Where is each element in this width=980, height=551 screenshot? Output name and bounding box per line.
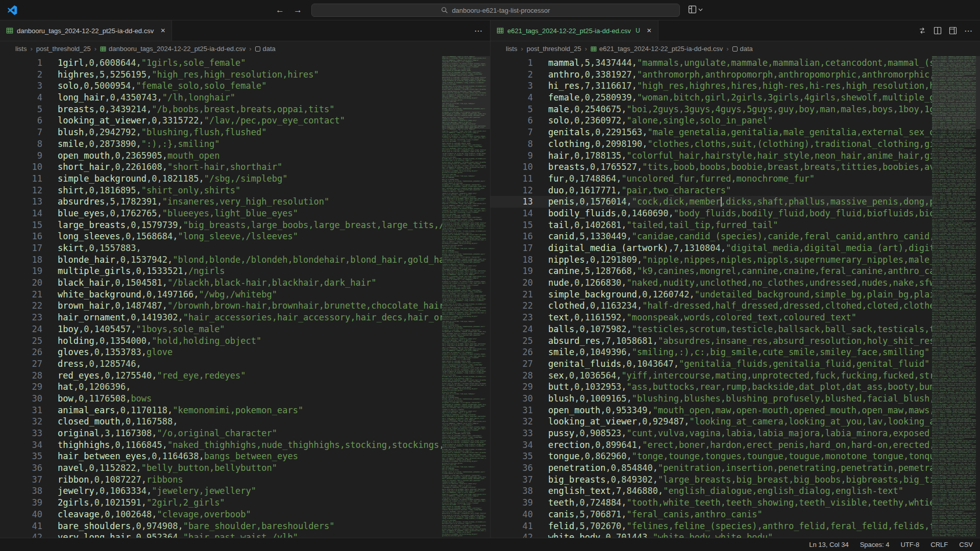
code-line[interactable]: 42very_long_hair,0,952364,"hair_past_wai… <box>0 532 490 538</box>
code-line[interactable]: 6looking_at_viewer,0,3315722,"/lav,/pec,… <box>0 115 490 127</box>
code-line[interactable]: 2highres,5,5256195,"high_res,high_resolu… <box>0 69 490 81</box>
toggle-layout-icon[interactable] <box>949 27 957 35</box>
code-line[interactable]: 29butt,0,1032953,"ass,buttocks,rear,rump… <box>491 381 980 393</box>
code-line[interactable]: 32looking_at_viewer,0,929487,"looking_at… <box>491 416 980 428</box>
code-line[interactable]: 19canine,5,1287668,"k9,canines,mongrel,c… <box>491 265 980 277</box>
code-line[interactable]: 22brown_hair,0,1487487,"/brownh,brown-ha… <box>0 300 490 312</box>
code-line[interactable]: 27dress,0,1285746, <box>0 358 490 370</box>
code-line[interactable]: 14blue_eyes,0,1762765,"blueeyes,light_bl… <box>0 208 490 219</box>
code-line[interactable]: 4long_hair,0,4350743,"/lh,longhair" <box>0 92 490 104</box>
code-line[interactable]: 31animal_ears,0,1170118,"kemonomimi,poke… <box>0 405 490 416</box>
code-line[interactable]: 7genitals,0,2291563,"male_genetalia,geni… <box>491 127 980 138</box>
back-button[interactable]: ← <box>276 5 284 15</box>
language-mode[interactable]: CSV <box>959 541 973 548</box>
code-line[interactable]: 14bodily_fluids,0,1460690,"body_fluids,b… <box>491 208 980 219</box>
code-line[interactable]: 41bare_shoulders,0,974908,"bare_shoulder… <box>0 520 490 532</box>
code-line[interactable]: 17skirt,0,1557883, <box>0 242 490 254</box>
open-changes-icon[interactable] <box>918 27 926 35</box>
code-line[interactable]: 15tail,0,1402681,"tailed,tail_tip,furred… <box>491 219 980 231</box>
code-line[interactable]: 17digital_media_(artwork),7,1310804,"dig… <box>491 242 980 254</box>
code-line[interactable]: 34thighhighs,0,1166845,"naked_thighhighs… <box>0 439 490 451</box>
code-line[interactable]: 25absurd_res,7,1058681,"absurdres,insane… <box>491 335 980 347</box>
code-line[interactable]: 24balls,0,1075982,"testicles,scrotum,tes… <box>491 323 980 335</box>
code-line[interactable]: 9hair,0,1788135,"colorful_hair,hairstyle… <box>491 150 980 162</box>
breadcrumb-item-lists[interactable]: lists <box>15 45 27 53</box>
customize-layout-button[interactable] <box>688 5 703 14</box>
code-line[interactable]: 12shirt,0,1816895,"shirt_only,shirts" <box>0 185 490 196</box>
minimap-slider[interactable] <box>442 56 490 129</box>
code-line[interactable]: 28sex,0,1036564,"yiff,intercourse,mating… <box>491 370 980 382</box>
code-line[interactable]: 16long_sleeves,0,1568684,"long_sleeve,/l… <box>0 231 490 242</box>
code-line[interactable]: 20black_hair,0,1504581,"/blackh,black-ha… <box>0 277 490 289</box>
code-line[interactable]: 8smile,0,2873890,":),:},smiling" <box>0 138 490 150</box>
code-line[interactable]: 36penetration,0,854840,"penitration,inse… <box>491 462 980 474</box>
code-line[interactable]: 22clothed,0,1163234,"half-dressed,half_d… <box>491 300 980 312</box>
close-icon[interactable]: ✕ <box>647 27 652 34</box>
code-line[interactable]: 9open_mouth,0,2365905,mouth_open <box>0 150 490 162</box>
breadcrumb-item-lists[interactable]: lists <box>506 45 517 53</box>
cursor-position[interactable]: Ln 13, Col 34 <box>809 541 848 548</box>
code-line[interactable]: 18blonde_hair,0,1537942,"blond,blonde,/b… <box>0 254 490 266</box>
code-line[interactable]: 16canid,5,1330449,"canidae,candid_(speci… <box>491 231 980 242</box>
code-line[interactable]: 8clothing,0,2098190,"clothes,cloths,suit… <box>491 138 980 150</box>
code-line[interactable]: 10short_hair,0,2261608,"short-hair,short… <box>0 161 490 173</box>
code-line[interactable]: 1mammal,5,3437444,"mammals,ungulate,mamm… <box>491 57 980 69</box>
code-line[interactable]: 33original,3,1167308,"/o,original_charac… <box>0 428 490 439</box>
code-line[interactable]: 41felid,5,702670,"felines,feline_(specie… <box>491 520 980 532</box>
code-line[interactable]: 31open_mouth,0,953349,"mouth_open,maw,op… <box>491 405 980 416</box>
code-line[interactable]: 241boy,0,1405457,"1boys,sole_male" <box>0 323 490 335</box>
code-line[interactable]: 11girl,0,6008644,"1girls,sole_female" <box>0 57 490 69</box>
code-line[interactable]: 392girls,0,1021591,"2girl,2_girls" <box>0 497 490 509</box>
code-line[interactable]: 20nude,0,1266830,"naked,nudity,unclothed… <box>491 277 980 289</box>
breadcrumb-item-file[interactable]: danbooru_tags_2024-12-22_pt25-ia-dd-ed.c… <box>100 45 246 53</box>
encoding-setting[interactable]: UTF-8 <box>900 541 919 548</box>
code-line[interactable]: 23text,0,1161592,"moonspeak,words,colore… <box>491 312 980 323</box>
code-line[interactable]: 10breasts,0,1765527,"tits,boob,boobs,boo… <box>491 161 980 173</box>
code-line[interactable]: 33pussy,0,908523,"cunt,vulva,vagina,labi… <box>491 428 980 439</box>
code-line[interactable]: 36navel,0,1152822,"belly_button,bellybut… <box>0 462 490 474</box>
code-line[interactable]: 7blush,0,2942792,"blushing,flush,flushed… <box>0 127 490 138</box>
code-line[interactable]: 21simple_background,0,1260742,"undetaile… <box>491 289 980 300</box>
code-line[interactable]: 40cleavage,0,1002648,"clevage,overboob" <box>0 509 490 520</box>
code-line[interactable]: 40canis,5,706871,"feral_canis,anthro_can… <box>491 509 980 520</box>
code-line[interactable]: 39teeth,0,724884,"tooth,white_teeth,teet… <box>491 497 980 509</box>
code-line[interactable]: 38english_text,7,846880,"english_dialogu… <box>491 485 980 497</box>
minimap[interactable]: mammal,5,3437444,"mammals,ungulate,mamma… <box>932 56 980 538</box>
code-line[interactable]: 29hat,0,1206396, <box>0 381 490 393</box>
code-line[interactable]: 11simple_background,0,1821185,"/sbg,/sim… <box>0 173 490 185</box>
code-line[interactable]: 37big_breasts,0,849302,"large_breasts,bi… <box>491 474 980 486</box>
breadcrumb-item-symbol[interactable]: data <box>255 45 276 53</box>
breadcrumb-item-file[interactable]: e621_tags_2024-12-22_pt25-ia-dd-ed.csv <box>591 45 723 53</box>
command-center-search[interactable]: danbooru-e621-tag-list-processor <box>311 4 680 17</box>
code-line[interactable]: 13penis,0,1576014,"cock,dick,member,dick… <box>491 196 980 208</box>
code-line[interactable]: 15large_breasts,0,1579739,"big_breasts,l… <box>0 219 490 231</box>
code-line[interactable]: 26gloves,0,1353783,glove <box>0 346 490 358</box>
code-line[interactable]: 27genital_fluids,0,1043647,"genitalia_fl… <box>491 358 980 370</box>
code-line[interactable]: 28red_eyes,0,1275540,"red_eye,redeyes" <box>0 370 490 382</box>
breadcrumb-item-symbol[interactable]: data <box>732 45 753 53</box>
code-line[interactable]: 19multiple_girls,0,1533521,/ngirls <box>0 265 490 277</box>
code-line[interactable]: 21white_background,0,1497166,"/wbg,/whit… <box>0 289 490 300</box>
forward-button[interactable]: → <box>293 5 302 15</box>
code-line[interactable]: 30bow,0,1176508,bows <box>0 393 490 405</box>
minimap[interactable]: 1girl,0,6008644,"1girls,sole_female"high… <box>442 56 490 538</box>
breadcrumb-item-folder[interactable]: post_threshold_25 <box>36 45 91 53</box>
more-actions-icon[interactable]: ⋯ <box>474 26 483 36</box>
code-line[interactable]: 35hair_between_eyes,0,1164638,bangs_betw… <box>0 450 490 462</box>
code-line[interactable]: 6solo,0,2360972,"alone,single,solo_in_pa… <box>491 115 980 127</box>
eol-setting[interactable]: CRLF <box>930 541 948 548</box>
code-line[interactable]: 32closed_mouth,0,1167588, <box>0 416 490 428</box>
minimap-slider[interactable] <box>932 56 980 129</box>
breadcrumb-item-folder[interactable]: post_threshold_25 <box>527 45 581 53</box>
code-line[interactable]: 34erection,0,899641,"erect,boner,hardon,… <box>491 439 980 451</box>
tab-danbooru-csv[interactable]: danbooru_tags_2024-12-22_pt25-ia-dd-ed.c… <box>0 20 172 41</box>
close-icon[interactable]: ✕ <box>160 27 165 34</box>
code-line[interactable]: 4female,0,2580939,"woman,bitch,girl,2gir… <box>491 92 980 104</box>
code-editor-left[interactable]: 11girl,0,6008644,"1girls,sole_female"2hi… <box>0 56 490 538</box>
indentation-setting[interactable]: Spaces: 4 <box>860 541 890 548</box>
code-line[interactable]: 11fur,0,1748864,"uncolored_fur,furred,mo… <box>491 173 980 185</box>
code-line[interactable]: 5male,0,2540675,"boi,2guys,3guys,4guys,5… <box>491 104 980 115</box>
code-line[interactable]: 13absurdres,5,1782391,"insaneres,very_hi… <box>0 196 490 208</box>
code-line[interactable]: 5breasts,0,3439214,"/b,boobs,breast,brea… <box>0 104 490 115</box>
code-line[interactable]: 23hair_ornament,0,1419302,"hair_accessor… <box>0 312 490 323</box>
